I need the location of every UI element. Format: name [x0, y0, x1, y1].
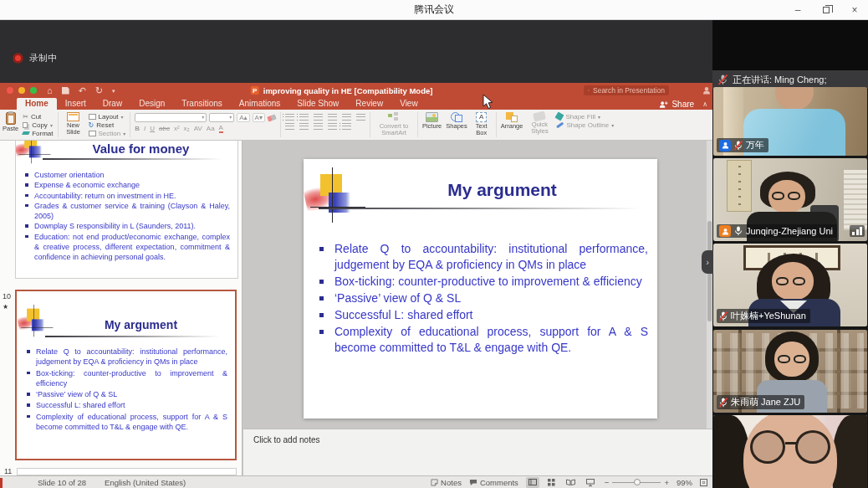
copy-button[interactable]: Copy▾ [23, 121, 53, 129]
cut-button[interactable]: ✂Cut [23, 112, 53, 121]
search-input[interactable]: Search in Presentation [584, 85, 669, 95]
notes-toggle-label: Notes [441, 478, 462, 487]
mac-close-icon[interactable] [7, 87, 13, 94]
new-slide-button[interactable]: New Slide [63, 111, 84, 138]
columns-button[interactable] [356, 114, 365, 121]
maximize-button[interactable] [819, 4, 833, 16]
traffic-lights[interactable] [7, 87, 37, 94]
paste-button[interactable]: Paste [3, 111, 18, 138]
shapes-button[interactable]: Shapes [446, 111, 467, 138]
slide-11-thumbnail[interactable] [17, 468, 237, 475]
underline-button[interactable]: U [150, 125, 155, 132]
slide-9-thumbnail[interactable]: Value for money Customer orientation Exp… [15, 141, 238, 279]
member-badge-icon [719, 140, 731, 152]
mic-muted-icon [734, 141, 743, 151]
slideshow-view-button[interactable] [584, 477, 597, 488]
participant-tile[interactable]: 朱雨萌 Jane ZJU [713, 330, 867, 413]
zoom-slider-knob[interactable] [634, 479, 641, 485]
tab-review[interactable]: Review [347, 98, 391, 110]
video-decor [785, 442, 797, 444]
mac-zoom-icon[interactable] [30, 87, 37, 94]
font-size-select[interactable] [209, 113, 234, 122]
reset-button[interactable]: ↻Reset [89, 121, 126, 129]
qat-menu-icon[interactable]: ▾ [112, 88, 115, 94]
text-box-icon: A [476, 112, 487, 122]
comments-toggle-button[interactable]: Comments [469, 478, 518, 487]
collapse-ribbon-icon[interactable]: ∧ [702, 100, 707, 108]
numbering-button[interactable] [299, 114, 309, 121]
fit-slide-button[interactable] [700, 479, 707, 486]
align-center-button[interactable] [299, 123, 309, 130]
home-icon[interactable]: ⌂ [47, 86, 53, 95]
italic-button[interactable]: I [144, 125, 146, 132]
picture-button[interactable]: Picture [422, 111, 442, 138]
save-icon[interactable] [62, 87, 69, 95]
account-icon[interactable] [702, 86, 711, 95]
bullets-button[interactable] [285, 114, 294, 121]
sidebar-collapse-button[interactable]: › [702, 250, 713, 274]
reading-view-button[interactable] [564, 477, 578, 488]
strikethrough-button[interactable]: abc [159, 125, 170, 132]
format-painter-button[interactable]: Format [23, 129, 53, 137]
share-button[interactable]: Share ∧ [659, 100, 707, 109]
notes-pane[interactable]: Click to add notes [243, 429, 712, 475]
decrease-font-button[interactable]: A▾ [253, 113, 265, 122]
shape-fill-button[interactable]: Shape Fill▾ [556, 112, 614, 121]
participant-tile[interactable] [713, 415, 867, 488]
language-label[interactable]: English (United States) [105, 478, 186, 487]
mic-on-icon [734, 226, 743, 236]
minimize-button[interactable]: – [791, 4, 804, 16]
convert-smartart-button[interactable]: Convert to SmartArt [375, 111, 413, 138]
section-button[interactable]: Section▾ [89, 129, 126, 137]
mic-muted-icon [718, 74, 728, 85]
participant-tile[interactable]: 万年 [713, 87, 867, 156]
clear-formatting-icon[interactable] [267, 114, 276, 121]
layout-button[interactable]: Layout▾ [89, 112, 126, 121]
tab-transitions[interactable]: Transitions [173, 98, 231, 110]
zoom-out-button[interactable]: − [605, 478, 610, 487]
participant-tile[interactable]: 叶姝楠+YeShunan [713, 244, 867, 326]
close-button[interactable]: × [848, 4, 861, 16]
redo-icon[interactable]: ↻ [95, 86, 103, 95]
text-box-button[interactable]: A Text Box [472, 111, 492, 138]
zoom-level-label[interactable]: 99% [677, 478, 692, 487]
notes-toggle-button[interactable]: Notes [431, 478, 462, 487]
mac-minimize-icon[interactable] [18, 87, 25, 94]
character-spacing-button[interactable]: AV [194, 125, 202, 132]
font-name-select[interactable] [135, 113, 207, 122]
tab-draw[interactable]: Draw [94, 98, 130, 110]
increase-indent-button[interactable] [328, 114, 337, 121]
font-color-button[interactable]: A [219, 124, 223, 133]
tab-animations[interactable]: Animations [231, 98, 288, 110]
increase-font-button[interactable]: A▴ [237, 113, 249, 122]
vertical-scrollbar[interactable] [707, 141, 712, 429]
zoom-in-button[interactable]: + [664, 478, 669, 487]
change-case-button[interactable]: Aa [207, 125, 215, 132]
arrange-button[interactable]: Arrange [501, 111, 523, 138]
decrease-indent-button[interactable] [314, 114, 323, 121]
copy-icon [23, 122, 28, 128]
quick-styles-button[interactable]: Quick Styles [527, 111, 552, 138]
align-right-button[interactable] [314, 123, 323, 130]
shape-fill-label: Shape Fill [565, 113, 595, 121]
superscript-button[interactable]: x² [174, 125, 180, 132]
bold-button[interactable]: B [135, 125, 140, 132]
line-spacing-button[interactable] [342, 114, 351, 121]
tab-home[interactable]: Home [17, 98, 57, 110]
slide-10-thumbnail[interactable]: My argument Relate Q to accountability: … [15, 290, 237, 460]
tab-insert[interactable]: Insert [57, 98, 94, 110]
subscript-button[interactable]: x₂ [184, 125, 190, 132]
zoom-slider[interactable] [612, 482, 661, 483]
justify-button[interactable] [328, 123, 337, 130]
tab-slide-show[interactable]: Slide Show [288, 98, 347, 110]
normal-view-button[interactable] [526, 477, 539, 488]
tab-design[interactable]: Design [130, 98, 173, 110]
shape-outline-button[interactable]: Shape Outline▾ [556, 121, 614, 129]
slide-canvas[interactable]: My argument Relate Q to accountability: … [304, 159, 657, 419]
undo-icon[interactable]: ↶ [79, 86, 86, 95]
text-direction-button[interactable] [342, 123, 351, 130]
tab-view[interactable]: View [391, 98, 426, 110]
align-left-button[interactable] [285, 123, 294, 130]
participant-tile[interactable]: Junqing-Zhejiang Uni [713, 158, 867, 241]
slide-sorter-view-button[interactable] [545, 477, 559, 488]
